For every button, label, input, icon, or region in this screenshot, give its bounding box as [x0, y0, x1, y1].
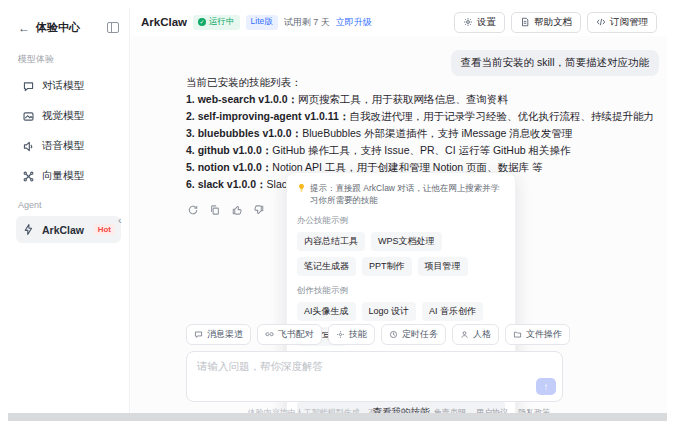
back-to-experience-center[interactable]: ← 体验中心 [18, 20, 80, 35]
sidebar-item-vision-model[interactable]: 视觉模型 [16, 102, 121, 130]
main-panel: ArkClaw ✓ 运行中 Lite版 试用剩 7 天 立即升级 设置 帮助文档 [131, 8, 667, 413]
sidebar-item-label: 向量模型 [42, 169, 84, 183]
gear-icon [463, 17, 473, 27]
skill-chip[interactable]: AI 音乐创作 [422, 302, 483, 321]
tool-persona[interactable]: 人格 [452, 324, 499, 345]
popup-tip: 提示：直接跟 ArkClaw 对话，让他在网上搜索并学习你所需要的技能 [297, 182, 505, 206]
thumbs-up-icon[interactable] [231, 204, 243, 216]
settings-button[interactable]: 设置 [454, 12, 505, 33]
back-arrow-icon: ← [18, 21, 30, 35]
popup-group-title: 办公技能示例 [297, 215, 505, 227]
window-bottom-strip [8, 413, 667, 421]
regenerate-icon[interactable] [187, 204, 199, 216]
document-icon [520, 17, 530, 27]
composer: 消息渠道 飞书配对 技能 定时任务 人格 [186, 324, 563, 402]
main-header: ArkClaw ✓ 运行中 Lite版 试用剩 7 天 立即升级 设置 帮助文档 [131, 8, 667, 36]
send-button[interactable]: ↑ [536, 378, 556, 395]
tool-scheduled-tasks[interactable]: 定时任务 [381, 324, 446, 345]
assistant-intro: 当前已安装的技能列表： [186, 74, 656, 91]
sidebar-item-arkclaw[interactable]: ArkClaw Hot [16, 216, 121, 243]
tool-message-channels[interactable]: 消息渠道 [186, 324, 251, 345]
trial-remaining-text: 试用剩 7 天 [284, 16, 330, 29]
skill-chip[interactable]: 内容总结工具 [297, 232, 365, 251]
code-icon [596, 17, 606, 27]
skill-line: 1. web-search v1.0.0：网页搜索工具，用于获取网络信息、查询资… [186, 91, 656, 108]
message-actions [187, 204, 265, 216]
skill-chip[interactable]: WPS文档处理 [371, 232, 442, 251]
running-check-icon: ✓ [198, 18, 206, 26]
voice-model-icon [22, 140, 35, 153]
hot-badge: Hot [94, 224, 115, 235]
skill-line: 4. github v1.0.0：GitHub 操作工具，支持 Issue、PR… [186, 142, 656, 159]
sidebar-title: 体验中心 [36, 20, 80, 35]
panel-collapse-chevron[interactable]: ‹ [118, 214, 122, 226]
popup-group-title: 创作技能示例 [297, 285, 505, 297]
app-window: ← 体验中心 模型体验 对话模型 视觉模型 语音模型 向量模型 Agent Ar… [0, 0, 675, 421]
version-badge: Lite版 [246, 15, 278, 30]
user-message-bubble: 查看当前安装的 skill，简要描述对应功能 [451, 50, 659, 76]
skill-chip[interactable]: 项目管理 [418, 257, 468, 276]
copy-icon[interactable] [209, 204, 221, 216]
skill-chip[interactable]: AI头像生成 [297, 302, 356, 321]
composer-toolbar: 消息渠道 飞书配对 技能 定时任务 人格 [186, 324, 563, 345]
sidebar-item-label: ArkClaw [42, 224, 84, 236]
skill-chip[interactable]: 笔记生成器 [297, 257, 356, 276]
skill-line: 2. self-improving-agent v1.0.11：自我改进代理，用… [186, 108, 656, 125]
sidebar-item-label: 视觉模型 [42, 109, 84, 123]
upgrade-link[interactable]: 立即升级 [336, 16, 372, 29]
chat-model-icon [22, 80, 35, 93]
vector-model-icon [22, 170, 35, 183]
thumbs-down-icon[interactable] [253, 204, 265, 216]
tool-file-operations[interactable]: 文件操作 [505, 324, 570, 345]
collapse-sidebar-icon[interactable] [107, 22, 119, 33]
sidebar-section-agent: Agent [16, 192, 121, 216]
agent-title: ArkClaw [141, 16, 187, 28]
sidebar: ← 体验中心 模型体验 对话模型 视觉模型 语音模型 向量模型 Agent Ar… [8, 8, 130, 413]
sidebar-section-models: 模型体验 [16, 45, 121, 72]
skills-icon [336, 330, 345, 339]
popup-chip-row: 内容总结工具 WPS文档处理 笔记生成器 PPT制作 项目管理 [297, 232, 505, 276]
person-icon [460, 330, 469, 339]
message-input[interactable] [187, 352, 562, 401]
pairing-icon [265, 330, 274, 339]
lightbulb-icon [297, 183, 306, 192]
skill-chip[interactable]: Logo 设计 [362, 302, 417, 321]
clock-icon [389, 330, 398, 339]
skill-chip[interactable]: PPT制作 [362, 257, 412, 276]
tool-skills[interactable]: 技能 [328, 324, 375, 345]
sidebar-item-vector-model[interactable]: 向量模型 [16, 162, 121, 190]
sidebar-item-label: 对话模型 [42, 79, 84, 93]
message-input-box: ↑ [186, 351, 563, 402]
help-docs-button[interactable]: 帮助文档 [511, 12, 581, 33]
sidebar-item-chat-model[interactable]: 对话模型 [16, 72, 121, 100]
subscription-button[interactable]: 订阅管理 [587, 12, 657, 33]
sidebar-item-label: 语音模型 [42, 139, 84, 153]
vision-model-icon [22, 110, 35, 123]
folder-icon [513, 330, 522, 339]
message-channel-icon [194, 330, 203, 339]
status-badge: ✓ 运行中 [193, 15, 240, 30]
skill-line: 3. bluebubbles v1.0.0：BlueBubbles 外部渠道插件… [186, 125, 656, 142]
tool-feishu-pairing[interactable]: 飞书配对 [257, 324, 322, 345]
sidebar-item-voice-model[interactable]: 语音模型 [16, 132, 121, 160]
arkclaw-icon [22, 223, 35, 236]
